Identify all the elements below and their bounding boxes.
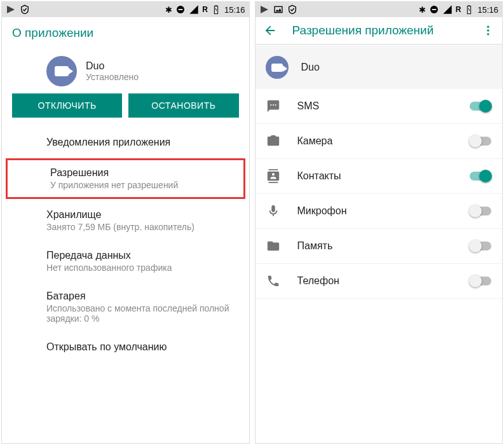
battery-item[interactable]: Батарея Использовано с момента последней… [2, 282, 249, 332]
storage-item[interactable]: Хранилище Занято 7,59 МБ (внутр. накопит… [2, 200, 249, 241]
page-title: О приложении [2, 17, 249, 49]
sms-icon [266, 99, 281, 113]
camera-icon [266, 134, 281, 148]
app-status-label: Установлено [86, 72, 139, 82]
left-phone-screen: ✱ R 15:16 О приложении Duo Установлено О… [1, 1, 250, 444]
phone-icon [266, 274, 281, 288]
play-store-icon [259, 4, 269, 15]
page-title: Разрешения приложений [292, 24, 477, 38]
svg-rect-8 [468, 5, 470, 6]
notifications-item[interactable]: Уведомления приложения [2, 128, 249, 157]
duo-app-icon [46, 56, 77, 86]
microphone-icon [266, 204, 281, 218]
folder-icon [266, 239, 281, 253]
status-bar: ✱ R 15:16 [255, 2, 503, 17]
svg-rect-6 [432, 9, 436, 10]
network-label: R [456, 5, 461, 14]
permission-microphone[interactable]: Микрофон [255, 194, 503, 229]
bluetooth-icon: ✱ [165, 5, 172, 15]
disable-button[interactable]: ОТКЛЮЧИТЬ [12, 93, 122, 118]
svg-rect-1 [179, 9, 183, 10]
duo-app-icon [266, 56, 289, 79]
status-time: 15:16 [477, 5, 498, 15]
status-bar: ✱ R 15:16 [2, 2, 249, 17]
more-icon[interactable] [482, 24, 494, 37]
button-row: ОТКЛЮЧИТЬ ОСТАНОВИТЬ [2, 93, 249, 128]
battery-icon [211, 4, 221, 15]
permissions-header: Разрешения приложений [255, 17, 503, 44]
status-time: 15:16 [224, 5, 245, 15]
storage-toggle[interactable] [469, 240, 492, 252]
contacts-icon [266, 169, 281, 183]
sms-toggle[interactable] [469, 100, 492, 113]
network-label: R [202, 5, 208, 14]
svg-rect-3 [215, 5, 217, 6]
image-icon [273, 4, 283, 15]
svg-point-10 [487, 29, 489, 31]
permissions-item[interactable]: Разрешения У приложения нет разрешений [6, 158, 245, 199]
permission-storage[interactable]: Память [255, 229, 503, 264]
app-name-label: Duo [86, 60, 139, 72]
app-name-label: Duo [301, 62, 320, 73]
shield-icon [20, 4, 30, 15]
stop-button[interactable]: ОСТАНОВИТЬ [128, 93, 238, 118]
permission-contacts[interactable]: Контакты [255, 159, 503, 194]
right-phone-screen: ✱ R 15:16 Разрешения приложений Duo SMS … [255, 1, 503, 444]
back-icon[interactable] [263, 24, 277, 38]
permission-sms[interactable]: SMS [255, 89, 503, 124]
permission-camera[interactable]: Камера [255, 124, 503, 159]
data-usage-item[interactable]: Передача данных Нет использованного траф… [2, 241, 249, 282]
bluetooth-icon: ✱ [419, 5, 426, 15]
signal-icon [442, 4, 453, 15]
app-info-section: Duo Установлено [2, 49, 249, 93]
play-store-icon [6, 4, 16, 15]
permission-phone[interactable]: Телефон [255, 264, 503, 299]
phone-toggle[interactable] [469, 275, 492, 287]
contacts-toggle[interactable] [469, 170, 492, 182]
shield-icon [287, 4, 297, 15]
app-header-row: Duo [255, 46, 503, 89]
dnd-icon [175, 4, 186, 15]
svg-point-9 [487, 26, 489, 28]
svg-point-11 [487, 33, 489, 35]
microphone-toggle[interactable] [469, 205, 492, 217]
camera-toggle[interactable] [469, 135, 492, 147]
dnd-icon [429, 4, 439, 15]
open-default-item[interactable]: Открывать по умолчанию [2, 332, 249, 362]
signal-icon [189, 4, 199, 15]
battery-icon [464, 4, 474, 15]
